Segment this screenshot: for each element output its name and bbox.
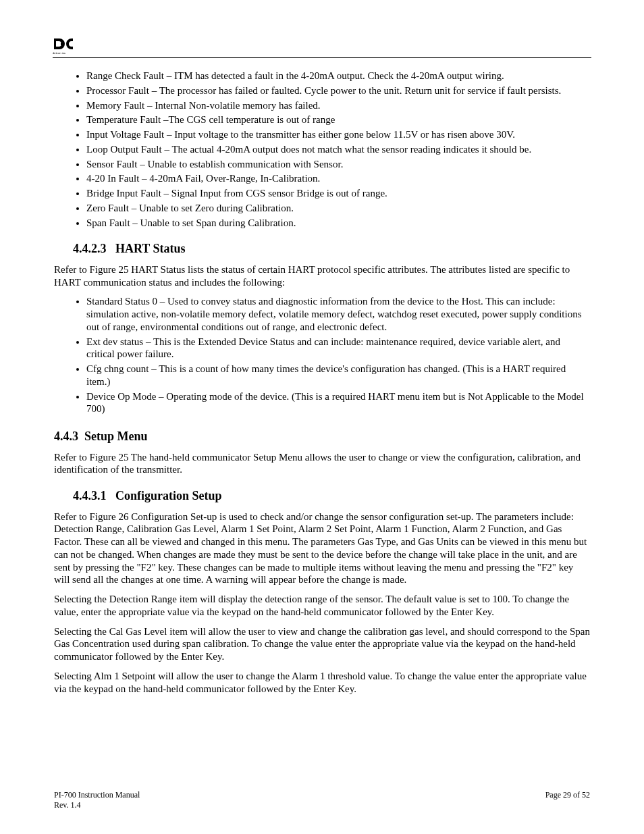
- list-item: Cfg chng count – This is a count of how …: [86, 363, 590, 388]
- heading-number: 4.4.3.1: [73, 489, 107, 502]
- list-item: Bridge Input Fault – Signal Input from C…: [86, 187, 590, 200]
- logo: detcon inc.: [53, 37, 74, 55]
- footer-left-line1: PI-700 Instruction Manual: [54, 790, 140, 800]
- svg-text:detcon inc.: detcon inc.: [53, 51, 66, 55]
- footer-right: Page 29 of 52: [545, 790, 590, 810]
- setup-menu-intro: Refer to Figure 25 The hand-held communi…: [54, 451, 590, 477]
- svg-rect-0: [61, 43, 63, 45]
- hart-status-list: Standard Status 0 – Used to convey statu…: [54, 295, 590, 415]
- list-item: Temperature Fault –The CGS cell temperat…: [86, 113, 590, 126]
- footer: PI-700 Instruction Manual Rev. 1.4 Page …: [54, 790, 590, 810]
- heading-number: 4.4.2.3: [73, 242, 107, 255]
- heading-text: HART Status: [115, 242, 186, 255]
- list-item: Standard Status 0 – Used to convey statu…: [86, 295, 590, 333]
- footer-left-line2: Rev. 1.4: [54, 800, 140, 810]
- list-item: Input Voltage Fault – Input voltage to t…: [86, 128, 590, 141]
- list-item: Zero Fault – Unable to set Zero during C…: [86, 202, 590, 215]
- list-item: Loop Output Fault – The actual 4-20mA ou…: [86, 143, 590, 156]
- list-item: Span Fault – Unable to set Span during C…: [86, 217, 590, 230]
- diagnostics-list: Range Check Fault – ITM has detected a f…: [54, 70, 590, 229]
- config-setup-para-1: Refer to Figure 26 Configuration Set-up …: [54, 511, 590, 587]
- list-item: Memory Fault – Internal Non-volatile mem…: [86, 99, 590, 112]
- list-item: 4-20 In Fault – 4-20mA Fail, Over-Range,…: [86, 172, 590, 185]
- list-item: Ext dev status – This is the Extended De…: [86, 336, 590, 361]
- heading-number: 4.4.3: [54, 429, 78, 443]
- config-setup-para-2: Selecting the Detection Range item will …: [54, 593, 590, 619]
- list-item: Processor Fault – The processor has fail…: [86, 84, 590, 97]
- heading-setup-menu: 4.4.3 Setup Menu: [54, 429, 590, 444]
- header-rule: [53, 57, 591, 58]
- content: Range Check Fault – ITM has detected a f…: [54, 37, 590, 695]
- heading-text: Configuration Setup: [115, 489, 222, 502]
- heading-text: Setup Menu: [84, 429, 148, 443]
- list-item: Device Op Mode – Operating mode of the d…: [86, 390, 590, 416]
- config-setup-para-3: Selecting the Cal Gas Level item will al…: [54, 625, 590, 663]
- hart-status-intro: Refer to Figure 25 HART Status lists the…: [54, 263, 590, 289]
- config-setup-para-4: Selecting Alm 1 Setpoint will allow the …: [54, 670, 590, 696]
- list-item: Range Check Fault – ITM has detected a f…: [86, 70, 590, 82]
- heading-config-setup: 4.4.3.1 Configuration Setup: [73, 488, 590, 504]
- heading-hart-status: 4.4.2.3 HART Status: [73, 241, 590, 257]
- list-item: Sensor Fault – Unable to establish commu…: [86, 158, 590, 171]
